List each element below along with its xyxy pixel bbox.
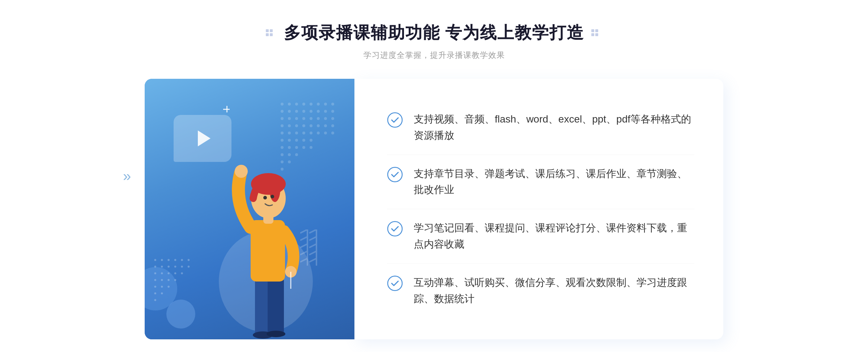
svg-rect-4 bbox=[591, 29, 594, 32]
svg-rect-6 bbox=[591, 33, 594, 36]
svg-point-109 bbox=[388, 276, 402, 291]
svg-point-84 bbox=[174, 279, 176, 281]
svg-point-17 bbox=[288, 110, 291, 113]
person-illustration bbox=[212, 137, 320, 339]
svg-point-11 bbox=[302, 103, 305, 106]
header-section: 多项录播课辅助功能 专为线上教学打造 学习进度全掌握，提升录播课教学效果 bbox=[0, 22, 868, 61]
svg-point-86 bbox=[161, 286, 163, 288]
svg-point-23 bbox=[331, 110, 334, 113]
svg-point-29 bbox=[317, 117, 320, 120]
svg-point-81 bbox=[154, 279, 156, 281]
svg-point-83 bbox=[167, 279, 170, 281]
svg-rect-7 bbox=[595, 33, 598, 36]
svg-point-31 bbox=[331, 117, 334, 120]
svg-point-70 bbox=[154, 266, 156, 268]
svg-point-95 bbox=[267, 331, 285, 337]
svg-point-19 bbox=[302, 110, 305, 113]
svg-point-27 bbox=[302, 117, 305, 120]
check-icon-4 bbox=[387, 275, 403, 291]
left-arrows-decoration: » bbox=[123, 168, 131, 184]
svg-point-9 bbox=[288, 103, 291, 106]
svg-point-73 bbox=[174, 266, 176, 268]
svg-point-74 bbox=[181, 266, 183, 268]
svg-point-13 bbox=[317, 103, 320, 106]
svg-point-79 bbox=[174, 272, 176, 275]
svg-rect-0 bbox=[266, 29, 269, 32]
svg-rect-93 bbox=[268, 278, 284, 334]
features-panel: 支持视频、音频、flash、word、excel、ppt、pdf等各种格式的资源… bbox=[354, 79, 723, 339]
svg-point-89 bbox=[161, 292, 163, 295]
main-title: 多项录播课辅助功能 专为线上教学打造 bbox=[284, 22, 584, 44]
svg-point-47 bbox=[331, 132, 334, 134]
dot-grid-bottom bbox=[152, 256, 195, 310]
svg-point-65 bbox=[161, 259, 163, 261]
svg-point-72 bbox=[167, 266, 170, 268]
svg-point-107 bbox=[388, 167, 402, 182]
svg-point-82 bbox=[161, 279, 163, 281]
left-title-decorator bbox=[266, 29, 277, 37]
content-area: 支持视频、音频、flash、word、excel、ppt、pdf等各种格式的资源… bbox=[145, 79, 723, 339]
svg-point-21 bbox=[317, 110, 320, 113]
feature-text-2: 支持章节目录、弹题考试、课后练习、课后作业、章节测验、批改作业 bbox=[414, 166, 694, 198]
svg-point-39 bbox=[331, 124, 334, 127]
svg-rect-1 bbox=[270, 29, 273, 32]
svg-point-88 bbox=[154, 292, 156, 295]
svg-point-106 bbox=[388, 113, 402, 127]
right-title-decorator bbox=[591, 29, 602, 37]
svg-point-43 bbox=[302, 132, 305, 134]
page-container: 多项录播课辅助功能 专为线上教学打造 学习进度全掌握，提升录播课教学效果 » bbox=[0, 0, 868, 352]
svg-point-35 bbox=[302, 124, 305, 127]
feature-item-1: 支持视频、音频、flash、word、excel、ppt、pdf等各种格式的资源… bbox=[387, 100, 694, 155]
svg-point-34 bbox=[295, 124, 298, 127]
svg-point-26 bbox=[295, 117, 298, 120]
page-subtitle: 学习进度全掌握，提升录播课教学效果 bbox=[363, 50, 505, 61]
svg-point-28 bbox=[310, 117, 312, 120]
illustration-panel bbox=[145, 79, 354, 339]
svg-point-64 bbox=[154, 259, 156, 261]
svg-point-36 bbox=[310, 124, 312, 127]
svg-point-24 bbox=[281, 117, 284, 120]
svg-point-22 bbox=[324, 110, 327, 113]
title-row: 多项录播课辅助功能 专为线上教学打造 bbox=[266, 22, 603, 44]
svg-point-25 bbox=[288, 117, 291, 120]
svg-point-41 bbox=[288, 132, 291, 134]
svg-point-68 bbox=[181, 259, 183, 261]
svg-point-46 bbox=[324, 132, 327, 134]
check-icon-3 bbox=[387, 221, 403, 237]
svg-point-10 bbox=[295, 103, 298, 106]
svg-point-67 bbox=[174, 259, 176, 261]
play-triangle-icon bbox=[198, 130, 210, 146]
svg-point-15 bbox=[331, 103, 334, 106]
svg-point-14 bbox=[324, 103, 327, 106]
svg-point-18 bbox=[295, 110, 298, 113]
svg-point-108 bbox=[388, 222, 402, 236]
svg-point-20 bbox=[310, 110, 312, 113]
svg-rect-2 bbox=[266, 33, 269, 36]
svg-point-44 bbox=[310, 132, 312, 134]
feature-text-1: 支持视频、音频、flash、word、excel、ppt、pdf等各种格式的资源… bbox=[414, 111, 694, 144]
svg-point-77 bbox=[161, 272, 163, 275]
feature-item-4: 互动弹幕、试听购买、微信分享、观看次数限制、学习进度跟踪、数据统计 bbox=[387, 264, 694, 318]
svg-point-32 bbox=[281, 124, 284, 127]
svg-point-87 bbox=[167, 286, 170, 288]
feature-text-3: 学习笔记回看、课程提问、课程评论打分、课件资料下载，重点内容收藏 bbox=[414, 220, 694, 253]
svg-point-8 bbox=[281, 103, 284, 106]
svg-point-75 bbox=[188, 266, 190, 268]
svg-point-80 bbox=[181, 272, 183, 275]
check-icon-1 bbox=[387, 112, 403, 128]
svg-point-69 bbox=[188, 259, 190, 261]
svg-point-33 bbox=[288, 124, 291, 127]
double-arrow-icon: » bbox=[123, 168, 131, 184]
svg-point-76 bbox=[154, 272, 156, 275]
svg-rect-5 bbox=[595, 29, 598, 32]
svg-point-12 bbox=[310, 103, 312, 106]
svg-point-85 bbox=[154, 286, 156, 288]
svg-point-90 bbox=[154, 299, 156, 301]
svg-rect-3 bbox=[270, 33, 273, 36]
svg-point-37 bbox=[317, 124, 320, 127]
svg-point-105 bbox=[271, 195, 274, 198]
svg-point-104 bbox=[263, 196, 267, 199]
feature-text-4: 互动弹幕、试听购买、微信分享、观看次数限制、学习进度跟踪、数据统计 bbox=[414, 275, 694, 307]
feature-item-3: 学习笔记回看、课程提问、课程评论打分、课件资料下载，重点内容收藏 bbox=[387, 209, 694, 264]
feature-item-2: 支持章节目录、弹题考试、课后练习、课后作业、章节测验、批改作业 bbox=[387, 155, 694, 210]
